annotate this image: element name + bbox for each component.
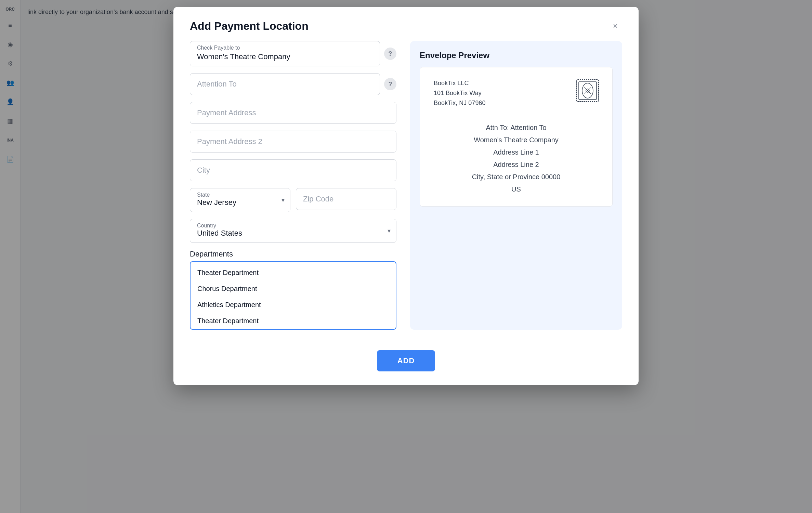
modal-footer: ADD [173,343,639,385]
recipient-line1: Attn To: Attention To [434,121,599,134]
list-item[interactable]: Chorus Department [191,329,396,330]
add-button[interactable]: ADD [377,350,435,371]
add-payment-location-modal: Add Payment Location × Check Payable to … [173,7,639,385]
modal-header: Add Payment Location × [173,7,639,41]
departments-label: Departments [190,250,396,259]
close-button[interactable]: × [608,19,622,33]
state-chevron-icon: ▾ [281,196,285,204]
envelope-preview: Envelope Preview BookTix LLC 101 BookTix… [410,41,622,330]
departments-section: Departments Theater Department Chorus De… [190,250,396,330]
recipient-line4: Address Line 2 [434,158,599,171]
recipient-line2: Women's Theatre Company [434,134,599,146]
attention-to-input[interactable] [190,73,380,95]
zip-wrapper [296,188,396,212]
recipient-address: Attn To: Attention To Women's Theatre Co… [434,121,599,195]
check-payable-group: Check Payable to [190,41,380,66]
check-payable-input[interactable] [197,52,373,61]
country-chevron-icon: ▾ [388,227,391,235]
country-row: Country United States ▾ [190,219,396,243]
stamp-icon [574,77,601,104]
list-item[interactable]: Theater Department [191,313,396,329]
list-item[interactable]: Athletics Department [191,297,396,313]
attention-to-row: ? [190,73,396,95]
recipient-line5: City, State or Province 00000 [434,171,599,183]
country-value: United States [197,229,380,238]
attention-to-group [190,73,380,95]
recipient-line3: Address Line 1 [434,146,599,158]
state-label: State [197,192,274,198]
modal-body: Check Payable to ? ? [173,41,639,343]
attention-to-help-icon[interactable]: ? [384,78,396,90]
state-value: New Jersey [197,198,274,207]
state-select[interactable]: State New Jersey ▾ [190,188,290,212]
check-payable-label: Check Payable to [197,45,373,51]
country-group: Country United States ▾ [190,219,396,243]
city-group [190,159,396,181]
payment-address-2-row [190,131,396,153]
left-panel: Check Payable to ? ? [190,41,396,330]
envelope-card: BookTix LLC 101 BookTix Way BookTix, NJ … [420,67,613,207]
envelope-preview-title: Envelope Preview [420,51,613,60]
payment-address-group [190,102,396,124]
modal-overlay: Add Payment Location × Check Payable to … [0,0,812,513]
state-zip-row: State New Jersey ▾ [190,188,396,212]
payment-address-2-group [190,131,396,153]
country-label: Country [197,223,380,229]
modal-title: Add Payment Location [190,20,309,32]
check-payable-row: Check Payable to ? [190,41,396,66]
list-item[interactable]: Theater Department [191,265,396,281]
city-input[interactable] [190,159,396,181]
payment-address-input[interactable] [190,102,396,124]
payment-address-2-input[interactable] [190,131,396,153]
state-wrapper: State New Jersey ▾ [190,188,290,212]
payment-address-row [190,102,396,124]
recipient-line6: US [434,183,599,195]
zip-code-input[interactable] [296,188,396,210]
list-item[interactable]: Chorus Department [191,281,396,297]
country-select[interactable]: Country United States ▾ [190,219,396,243]
departments-list[interactable]: Theater Department Chorus Department Ath… [190,261,396,330]
right-panel: Envelope Preview BookTix LLC 101 BookTix… [410,41,622,330]
check-payable-input-wrapper: Check Payable to [190,41,380,66]
check-payable-help-icon[interactable]: ? [384,48,396,60]
city-row [190,159,396,181]
